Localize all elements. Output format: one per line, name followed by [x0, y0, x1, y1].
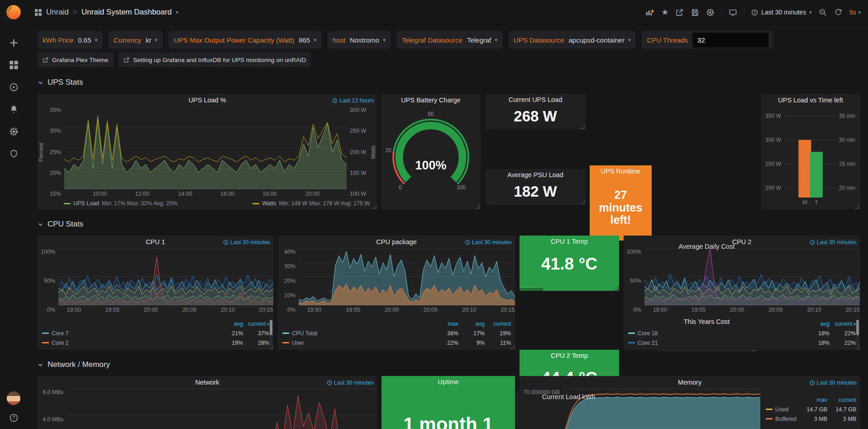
variable-kwh-price[interactable]: kWh Price0.65▾ [38, 31, 102, 48]
panel-title[interactable]: UPS Load vs Time left [778, 96, 843, 104]
variable-value[interactable]: Telegraf▾ [467, 36, 497, 44]
add-panel-icon[interactable] [646, 8, 654, 17]
grafana-logo[interactable] [5, 4, 22, 21]
legend-row[interactable]: Core 219%28% [42, 338, 269, 347]
title-caret-icon[interactable]: ▾ [176, 10, 178, 15]
ups-load-chart[interactable] [64, 106, 347, 189]
legend-scrollbar[interactable] [270, 320, 272, 347]
axis-tick: 20:00 [730, 307, 744, 313]
cpu1-chart[interactable] [58, 248, 273, 305]
variable-value[interactable]: apcupsd-container▾ [569, 36, 631, 44]
time-override: Last 12 hours [332, 97, 374, 104]
admin-shield-icon[interactable] [9, 149, 19, 159]
axis-tick: 20:00 [144, 307, 158, 313]
variable-value[interactable]: kr▾ [146, 36, 157, 44]
refresh-icon[interactable] [834, 8, 843, 17]
sidebar-nav [9, 38, 19, 159]
legend-row[interactable]: CPU Total38%17%19% [282, 328, 511, 338]
legend-row[interactable]: Used14.7 GB14.7 GB [766, 405, 856, 414]
series-color-dash [253, 203, 259, 204]
axis-tick: 50% [38, 278, 55, 284]
refresh-interval[interactable]: 5s ▾ [849, 9, 861, 16]
variable-host[interactable]: hostNostromo▾ [328, 31, 391, 48]
variable-value[interactable]: 0.65▾ [78, 36, 97, 44]
section-ups-stats[interactable]: UPS Stats [38, 76, 860, 89]
battery-gauge[interactable] [382, 109, 480, 200]
time-override: Last 30 minutes [810, 380, 857, 386]
panel-title[interactable]: CPU package [376, 238, 416, 246]
panel-title[interactable]: Current UPS Load [486, 96, 585, 103]
settings-gear-icon[interactable] [706, 8, 715, 17]
legend-sort-column[interactable]: max [432, 321, 458, 327]
legend-sort-column[interactable]: avg [217, 321, 243, 327]
panel-title[interactable]: Network [195, 379, 219, 386]
legend-sort-column[interactable]: avg [803, 321, 830, 327]
dashboard-link[interactable]: Setting up Grafana and InfluxDB for UPS … [119, 53, 311, 67]
panel-title[interactable]: Current Load kWh [486, 393, 652, 400]
share-icon[interactable] [675, 8, 684, 17]
section-cpu-stats[interactable]: CPU Stats [38, 217, 860, 231]
legend-entry[interactable]: WattsMin: 148 W Max: 278 W Avg: 175 W [253, 200, 370, 207]
legend-sort-column[interactable]: current ▾ [243, 321, 269, 327]
panel-title[interactable]: Average PSU Load [486, 171, 585, 178]
panel-title[interactable]: UPS Battery Charge [401, 96, 460, 104]
dashboard-title[interactable]: Unraid System Dashboard [81, 8, 172, 17]
variable-ups-max-output-power-capacity-watt-[interactable]: UPS Max Output Power Capacity (Watt)865▾ [169, 31, 321, 48]
panel-title[interactable]: CPU 2 Temp [520, 352, 619, 359]
legend-sort-column[interactable]: current [485, 321, 511, 327]
clock-icon [465, 240, 470, 245]
legend-scrollbar[interactable] [856, 320, 859, 347]
apps-grid-icon[interactable] [34, 9, 42, 16]
section-network-memory[interactable]: Network / Memory [38, 358, 860, 371]
legend-sort-column[interactable]: current ▾ [830, 321, 856, 327]
legend-row[interactable]: Core 1818%22% [628, 328, 856, 338]
panel-title[interactable]: CPU 1 [146, 238, 165, 246]
cpu-package-chart[interactable] [299, 248, 515, 305]
variable-ups-datasource[interactable]: UPS Datasourceapcupsd-container▾ [509, 31, 636, 48]
explore-compass-icon[interactable] [9, 82, 19, 92]
time-range-picker[interactable]: Last 30 minutes ▾ [751, 9, 811, 16]
legend-row[interactable]: Core 721%37% [42, 328, 269, 338]
chevron-down-icon [38, 222, 43, 227]
panel-title[interactable]: UPS Runtime [590, 168, 652, 175]
legend-entry[interactable]: UPS LoadMin: 17% Max: 32% Avg: 20% [64, 200, 177, 207]
breadcrumb-app[interactable]: Unraid [46, 8, 69, 17]
cpu2-chart[interactable] [644, 248, 860, 305]
legend-sort-column[interactable]: current [827, 397, 856, 403]
dashboard-link[interactable]: Grafana Plex Theme [38, 53, 113, 67]
dashboards-grid-icon[interactable] [9, 60, 19, 70]
legend-row[interactable]: Core 2118%22% [628, 338, 856, 347]
panel-title[interactable]: UPS Load % [188, 96, 226, 104]
variable-input[interactable]: 32 [692, 33, 768, 48]
zoom-out-icon[interactable] [819, 8, 827, 17]
legend-row[interactable]: User22%9%11% [282, 338, 511, 347]
variable-cpu-threads[interactable]: CPU Threads32 [642, 31, 773, 48]
panel-title[interactable]: Memory [678, 379, 701, 386]
alerting-bell-icon[interactable] [9, 105, 19, 114]
create-plus-icon[interactable] [9, 38, 19, 48]
panel-title[interactable]: CPU 1 Temp [520, 238, 619, 245]
configuration-gear-icon[interactable] [9, 127, 19, 136]
variable-currency[interactable]: Currencykr▾ [109, 31, 162, 48]
variable-telegraf-datasource[interactable]: Telegraf DatasourceTelegraf▾ [397, 31, 502, 48]
caret-down-icon: ▾ [495, 37, 497, 43]
user-avatar[interactable] [7, 391, 20, 405]
save-icon[interactable] [691, 8, 699, 17]
stat-value: 41.8 °C [520, 245, 619, 283]
variable-label: kWh Price [43, 36, 73, 44]
load-vs-time-bars[interactable] [763, 107, 858, 207]
variable-value[interactable]: 865▾ [299, 36, 316, 44]
panel-title[interactable]: This Years Cost [657, 318, 757, 325]
legend-row[interactable]: Buffered3 MB3 MB [766, 414, 856, 424]
legend-sort-column[interactable]: max [798, 397, 827, 403]
panel-title[interactable]: Average Daily Cost [657, 243, 757, 250]
star-icon[interactable]: ★ [661, 8, 668, 17]
variable-value[interactable]: Nostromo▾ [350, 36, 386, 44]
stat-value: 182 W [486, 178, 585, 205]
legend-sort-column[interactable]: avg [458, 321, 485, 327]
panel-title[interactable]: Uptime [382, 378, 515, 386]
help-icon[interactable]: ? [9, 413, 19, 423]
tv-cycle-icon[interactable] [729, 8, 737, 17]
network-chart[interactable] [67, 389, 377, 429]
graph-legend: avgcurrent ▾Core 721%37%Core 219%28% [42, 319, 269, 347]
